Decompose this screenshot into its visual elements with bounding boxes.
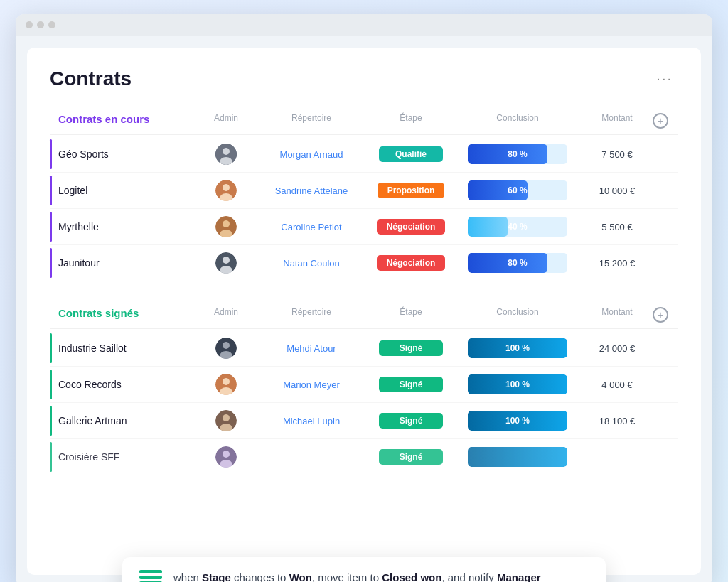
etape-badge: Signé [379,449,443,465]
svg-point-4 [223,184,230,191]
row-conclusion [454,447,582,467]
col-repertoire-en-cours: Répertoire [255,113,368,129]
row-conclusion: 80 % [454,253,582,273]
section-signes: Contrats signés Admin Répertoire Étape C… [50,304,678,475]
row-conclusion: 80 % [454,144,582,164]
tooltip-icon [139,570,162,582]
conclusion-text: 100 % [505,343,530,353]
row-name: Croisière SFF [58,451,198,463]
table-row: Industrie Saillot Mehdi Atour Signé [50,330,678,367]
conclusion-bar: 100 % [468,374,567,394]
row-name: Coco Records [58,379,198,390]
col-repertoire-signes: Répertoire [255,307,368,323]
app-wrapper: Contrats ··· Contrats en cours Admin Rép… [50,68,678,555]
conclusion-bar: 80 % [468,144,567,164]
etape-badge: Négociation [377,219,446,235]
etape-badge: Signé [379,340,443,356]
row-etape: Signé [368,340,454,356]
automation-tooltip: when Stage changes to Won, move item to … [122,557,606,582]
conclusion-text: 80 % [508,258,527,268]
row-montant: 18 100 € [582,416,653,426]
row-etape: Qualifié [368,146,454,162]
row-avatar [198,252,255,274]
browser-dot-3 [48,21,55,28]
row-montant: 15 200 € [582,258,653,269]
table-row: Logitel Sandrine Attelane Proposition [50,173,678,209]
table-row: Jaunitour Natan Coulon Négociation [50,245,678,281]
add-contract-signes[interactable]: + [653,307,668,323]
page-header: Contrats ··· [50,68,678,90]
col-add-signes: + [653,307,678,323]
app-container: Contrats ··· Contrats en cours Admin Rép… [27,48,701,575]
svg-point-16 [223,378,230,385]
table-row: Croisière SFF Signé [50,439,678,475]
page-title: Contrats [50,68,132,90]
more-options-button[interactable]: ··· [651,68,678,90]
avatar [215,338,237,359]
row-avatar [198,216,255,237]
col-conclusion-signes: Conclusion [454,307,582,323]
row-avatar [198,374,255,395]
row-etape: Négociation [368,219,454,235]
row-repertoire: Michael Lupin [255,416,368,426]
section-en-cours: Contrats en cours Admin Répertoire Étape… [50,110,678,281]
avatar [215,180,237,201]
avatar [215,252,237,274]
avatar-image [215,144,237,165]
avatar [215,446,237,468]
row-etape: Négociation [368,255,454,271]
row-etape: Proposition [368,183,454,198]
conclusion-text: 100 % [505,416,530,426]
row-avatar [198,338,255,359]
conclusion-fill [468,217,508,237]
tooltip-text-before: when [173,571,202,582]
conclusion-text: 40 % [508,222,527,232]
col-admin-signes: Admin [198,307,255,323]
row-repertoire: Mehdi Atour [255,343,368,354]
col-montant-en-cours: Montant [582,113,653,129]
row-avatar [198,446,255,468]
row-montant: 5 500 € [582,222,653,232]
row-montant: 4 000 € [582,379,653,390]
tooltip-bold-closed: Closed won [382,571,441,582]
col-add-en-cours: + [653,113,678,129]
table-row: Gallerie Artman Michael Lupin Signé [50,403,678,439]
table-row: Myrthelle Caroline Petiot Négociation [50,209,678,245]
avatar [215,144,237,165]
row-name: Gallerie Artman [58,415,198,426]
etape-badge: Signé [379,377,443,392]
svg-point-19 [223,414,230,421]
tooltip-bold-manager: Manager [497,571,541,582]
row-conclusion: 100 % [454,374,582,394]
tooltip-bold-won: Won [289,571,312,582]
col-montant-signes: Montant [582,307,653,323]
avatar [215,410,237,431]
etape-badge: Qualifié [379,146,443,162]
row-conclusion: 40 % [454,217,582,237]
tooltip-text-mid1: changes to [231,571,289,582]
table-row: Coco Records Marion Meyer Signé [50,367,678,403]
col-etape-signes: Étape [368,307,454,323]
avatar [215,374,237,395]
add-contract-en-cours[interactable]: + [653,113,668,129]
row-repertoire: Natan Coulon [255,258,368,269]
conclusion-text: 80 % [508,149,527,159]
browser-window: Contrats ··· Contrats en cours Admin Rép… [16,14,712,582]
row-conclusion: 100 % [454,338,582,358]
svg-point-7 [223,220,230,227]
row-repertoire: Morgan Arnaud [255,149,368,160]
row-name: Logitel [58,185,198,196]
row-avatar [198,410,255,431]
etape-badge: Signé [379,413,443,429]
row-etape: Signé [368,413,454,429]
conclusion-bar: 100 % [468,338,567,358]
row-name: Industrie Saillot [58,343,198,354]
conclusion-fill [468,447,567,467]
conclusion-bar: 40 % [468,217,567,237]
row-repertoire: Marion Meyer [255,379,368,390]
row-montant: 24 000 € [582,343,653,354]
tooltip-line-2 [139,576,162,579]
row-repertoire: Sandrine Attelane [255,185,368,196]
row-name: Jaunitour [58,257,198,269]
row-etape: Signé [368,377,454,392]
